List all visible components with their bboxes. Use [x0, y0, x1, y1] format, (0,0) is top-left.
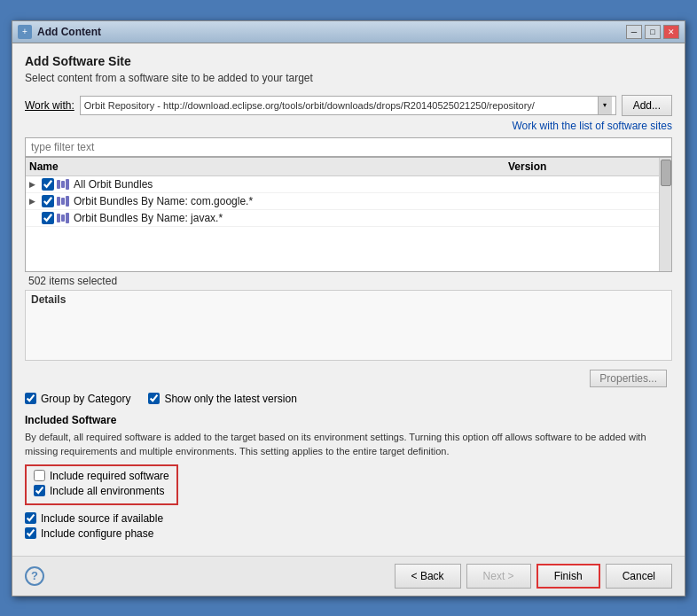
title-controls: ─ □ ✕: [626, 25, 679, 39]
work-with-combo[interactable]: Orbit Repository - http://download.eclip…: [80, 96, 616, 115]
software-sites-link-container: Work with the list of software sites: [25, 120, 672, 132]
column-header-version: Version: [508, 160, 668, 174]
include-all-envs-checkbox[interactable]: [34, 485, 45, 496]
expand-icon[interactable]: ▶: [29, 180, 40, 189]
expand-icon-2[interactable]: ▶: [29, 197, 40, 206]
dialog-footer: ? < Back Next > Finish Cancel: [12, 556, 685, 596]
item-icon-3: [57, 212, 71, 224]
combo-dropdown-arrow[interactable]: ▾: [598, 97, 612, 114]
help-button[interactable]: ?: [25, 566, 44, 586]
window-title: Add Content: [37, 26, 101, 38]
items-selected-count: 502 items selected: [28, 275, 117, 287]
footer-buttons: < Back Next > Finish Cancel: [395, 564, 672, 589]
minimize-button[interactable]: ─: [626, 25, 642, 39]
details-section: Details: [25, 290, 672, 361]
include-configure-checkbox[interactable]: [25, 527, 36, 539]
include-all-envs-item: Include all environments: [34, 485, 169, 497]
close-button[interactable]: ✕: [663, 25, 679, 39]
section-subtitle: Select content from a software site to b…: [25, 72, 672, 84]
item-name-2: Orbit Bundles By Name: com.google.*: [74, 195, 517, 207]
list-item[interactable]: ▶ All Orbit Bundles: [26, 176, 671, 193]
item-icon-1: [57, 178, 71, 191]
extra-checkboxes: Include source if available Include conf…: [25, 512, 672, 540]
status-bar: 502 items selected: [25, 272, 672, 290]
include-source-checkbox[interactable]: [25, 512, 36, 524]
dialog-content: Add Software Site Select content from a …: [12, 43, 685, 556]
work-with-row: Work with: Orbit Repository - http://dow…: [25, 95, 672, 116]
main-window: + Add Content ─ □ ✕ Add Software Site Se…: [12, 20, 685, 597]
title-bar: + Add Content ─ □ ✕: [12, 21, 685, 43]
item-checkbox-3[interactable]: [42, 212, 54, 224]
details-label: Details: [26, 291, 671, 308]
list-header: Name Version: [26, 158, 671, 176]
show-latest-item: Show only the latest version: [148, 393, 296, 405]
list-items: ▶ All Orbit Bundles ▶: [26, 176, 671, 227]
included-checkboxes-box: Include required software Include all en…: [25, 464, 178, 505]
list-scrollbar[interactable]: [659, 158, 671, 271]
work-with-label: Work with:: [25, 99, 74, 112]
item-checkbox-2[interactable]: [42, 195, 54, 207]
include-required-checkbox[interactable]: [34, 470, 45, 481]
section-title: Add Software Site: [25, 54, 672, 68]
include-configure-label: Include configure phase: [41, 527, 153, 540]
properties-button[interactable]: Properties...: [590, 370, 667, 387]
item-name-3: Orbit Bundles By Name: javax.*: [74, 212, 517, 224]
include-required-item: Include required software: [34, 470, 169, 482]
scrollbar-thumb[interactable]: [661, 160, 671, 186]
item-icon-2: [57, 195, 71, 207]
included-software-desc: By default, all required software is add…: [25, 430, 672, 459]
properties-row: Properties...: [25, 366, 672, 391]
item-checkbox-1[interactable]: [42, 178, 54, 191]
add-button[interactable]: Add...: [622, 95, 672, 116]
include-all-envs-label: Include all environments: [50, 485, 164, 497]
next-button[interactable]: Next >: [466, 564, 531, 589]
included-software-section: Included Software By default, all requir…: [25, 414, 672, 540]
work-with-value: Orbit Repository - http://download.eclip…: [84, 100, 598, 111]
filter-input[interactable]: [25, 137, 672, 157]
include-required-label: Include required software: [50, 470, 169, 482]
software-sites-link[interactable]: Work with the list of software sites: [512, 120, 672, 132]
item-name-1: All Orbit Bundles: [74, 178, 517, 191]
show-latest-label: Show only the latest version: [164, 393, 296, 405]
list-item[interactable]: ▶ Orbit Bundles By Name: com.google.*: [26, 193, 671, 210]
title-bar-left: + Add Content: [18, 25, 101, 39]
include-configure-item: Include configure phase: [25, 527, 672, 540]
list-item[interactable]: ▶ Orbit Bundles By Name: javax.*: [26, 210, 671, 227]
column-header-name: Name: [29, 160, 508, 174]
show-latest-checkbox[interactable]: [148, 393, 160, 404]
maximize-button[interactable]: □: [645, 25, 661, 39]
include-source-item: Include source if available: [25, 512, 672, 525]
group-by-category-item: Group by Category: [25, 393, 130, 405]
software-list: Name Version ▶ All Orbit Bundles: [25, 157, 672, 272]
finish-button[interactable]: Finish: [536, 564, 600, 589]
back-button[interactable]: < Back: [395, 564, 461, 589]
include-source-label: Include source if available: [41, 512, 163, 525]
cancel-button[interactable]: Cancel: [606, 564, 672, 589]
group-by-category-checkbox[interactable]: [25, 393, 36, 404]
window-icon: +: [18, 25, 32, 39]
included-software-title: Included Software: [25, 414, 672, 426]
group-by-category-label: Group by Category: [41, 393, 130, 405]
options-checkboxes-row: Group by Category Show only the latest v…: [25, 391, 672, 407]
